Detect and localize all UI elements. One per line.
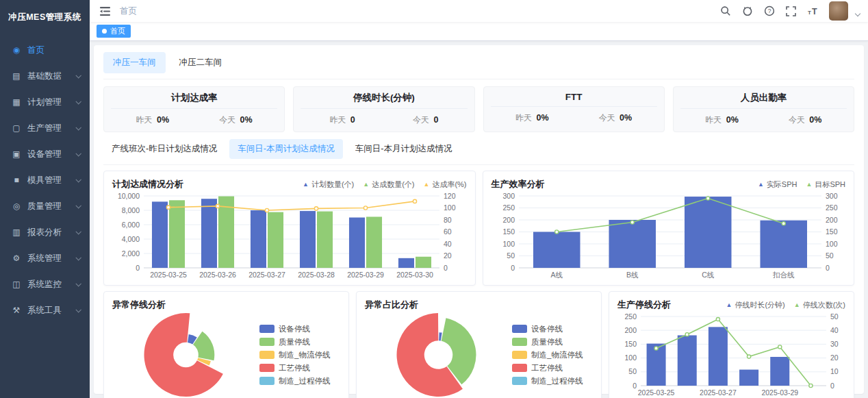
tools-icon: ⚒ [12,306,21,315]
user-avatar[interactable] [829,1,848,21]
legend-item[interactable]: 设备停线 [512,324,593,334]
sidebar-item-monitor[interactable]: ◫系统监控 [0,271,90,297]
legend-swatch-icon [259,377,275,385]
legend-label: 质量停线 [531,337,563,347]
legend-swatch-icon [512,338,527,346]
legend-triangle-icon: ▲ [794,302,800,308]
workshop-tab-0[interactable]: 冲压一车间 [103,52,166,73]
svg-text:10,000: 10,000 [118,192,140,200]
kpi-title: 停线时长(分钟) [301,92,467,109]
sidebar-item-label: 生产管理 [27,123,62,134]
sidebar-item-quality[interactable]: ◎质量管理 [0,193,90,219]
chevron-down-icon [75,203,81,208]
legend-label: 工艺停线 [531,363,563,373]
svg-text:80: 80 [444,216,452,224]
database-icon: ▤ [12,71,21,81]
svg-text:40: 40 [444,240,452,248]
legend-item[interactable]: 工艺停线 [259,363,340,373]
period-tab-1[interactable]: 车间日-本周计划达成情况 [229,139,343,159]
production-efficiency-card: 生产效率分析 ▲实际SPH▲目标SPH 05010015020025030005… [483,171,855,286]
legend-item[interactable]: 制造_物流停线 [512,350,593,360]
sidebar-item-report[interactable]: ▥报表分析 [0,219,90,245]
sidebar-item-equipment[interactable]: ▣设备管理 [0,141,90,167]
svg-text:0: 0 [511,264,515,272]
svg-text:150: 150 [502,227,515,236]
legend-item[interactable]: 制造_物流停线 [259,350,340,360]
tags-view-bar: 首页 [90,22,868,41]
search-icon[interactable] [719,5,731,17]
kpi-title: 计划达成率 [111,92,277,109]
sidebar-item-label: 报表分析 [27,227,62,238]
period-tabs: 产线班次-昨日计划达成情况车间日-本周计划达成情况车间日-本月计划达成情况 [103,139,854,165]
breadcrumb[interactable]: 首页 [120,5,137,17]
legend-item[interactable]: ▲达成数量(个) [363,179,414,190]
svg-text:30: 30 [830,340,839,348]
sidebar-item-mold[interactable]: ■模具管理 [0,167,90,193]
sidebar-item-tools[interactable]: ⚒系统工具 [0,297,90,323]
abnormal-ratio-donut [365,312,512,397]
legend-item[interactable]: ▲实际SPH [758,179,797,190]
sidebar-item-production[interactable]: ▢生产管理 [0,115,90,141]
svg-text:100: 100 [624,353,637,362]
kpi-title: 人员出勤率 [680,92,847,109]
svg-text:C线: C线 [702,271,715,279]
fullscreen-icon[interactable] [785,5,797,17]
monitor-icon: ◫ [12,279,21,289]
legend-item[interactable]: ▲停线时长(分钟) [726,300,785,310]
plan-icon: ▦ [12,97,21,107]
legend-item[interactable]: 质量停线 [259,337,340,347]
svg-text:0: 0 [830,382,834,390]
svg-text:0: 0 [444,264,448,272]
period-tab-2[interactable]: 车间日-本月计划达成情况 [347,139,461,159]
abnormal-stop-legend: 设备停线质量停线制造_物流停线工艺停线制造_过程停线 [259,324,340,386]
legend-item[interactable]: ▲目标SPH [806,179,845,190]
legend-label: 目标SPH [815,179,845,190]
legend-triangle-icon: ▲ [363,182,369,188]
svg-text:A线: A线 [550,271,563,279]
legend-item[interactable]: ▲计划数量(个) [303,179,354,190]
svg-text:10: 10 [830,367,839,375]
sidebar-fold-icon[interactable] [98,4,112,18]
svg-text:2025-03-29: 2025-03-29 [347,271,384,279]
svg-text:50: 50 [628,367,637,375]
legend-item[interactable]: 工艺停线 [512,363,593,373]
svg-text:100: 100 [444,203,456,212]
legend-item[interactable]: 制造_过程停线 [259,376,340,386]
svg-text:2025-03-27: 2025-03-27 [700,388,737,397]
legend-label: 设备停线 [531,324,563,334]
chart-legend: ▲计划数量(个)▲达成数量(个)▲达成率(%) [303,179,467,190]
sidebar-item-system[interactable]: ⚙系统管理 [0,245,90,271]
svg-text:100: 100 [502,240,515,248]
github-icon[interactable] [741,5,753,17]
chart-title: 异常占比分析 [365,299,418,311]
legend-item[interactable]: ▲停线次数(次) [794,300,845,310]
font-size-icon[interactable]: TT [807,5,819,17]
tag-home[interactable]: 首页 [97,25,131,38]
legend-item[interactable]: ▲达成率(%) [423,179,466,190]
kpi-today: 今天 0% [194,114,278,126]
legend-swatch-icon [512,377,527,385]
legend-item[interactable]: 制造_过程停线 [512,376,593,386]
caret-down-icon[interactable] [855,11,860,16]
legend-item[interactable]: 设备停线 [259,324,340,334]
legend-label: 实际SPH [767,179,797,190]
equipment-icon: ▣ [12,149,21,159]
legend-item[interactable]: 质量停线 [512,337,593,347]
legend-triangle-icon: ▲ [806,182,812,188]
sidebar-item-label: 计划管理 [27,97,62,108]
sidebar-item-home[interactable]: ◉首页 [0,37,90,63]
sidebar-item-label: 系统工具 [27,305,62,316]
sidebar-item-label: 首页 [27,45,44,56]
svg-text:4,000: 4,000 [122,235,140,243]
svg-text:40: 40 [830,326,839,334]
kpi-today: 今天 0% [763,114,847,126]
workshop-tab-1[interactable]: 冲压二车间 [170,52,232,73]
svg-text:250: 250 [624,312,637,321]
sidebar-item-plan[interactable]: ▦计划管理 [0,89,90,115]
help-icon[interactable]: ? [763,5,775,17]
period-tab-0[interactable]: 产线班次-昨日计划达成情况 [103,139,225,159]
sidebar-item-base-data[interactable]: ▤基础数据 [0,63,90,89]
sidebar-item-label: 基础数据 [27,71,62,82]
svg-text:0: 0 [826,264,830,272]
content-area: 冲压一车间冲压二车间 计划达成率昨天 0%今天 0%停线时长(分钟)昨天 0今天… [90,41,868,398]
